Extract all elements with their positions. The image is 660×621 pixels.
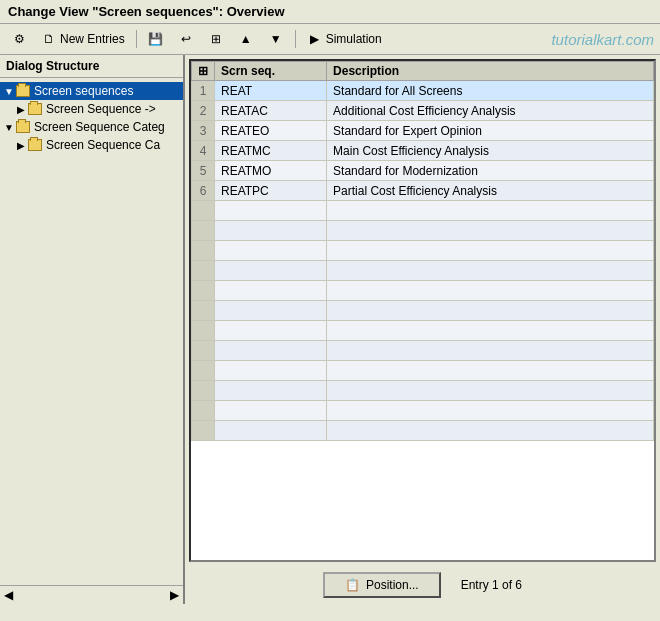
move-down-icon: ▼ [268, 31, 284, 47]
save-icon: 💾 [148, 31, 164, 47]
cell-scrn-seq: REAT [215, 81, 327, 101]
cell-scrn-seq [215, 241, 327, 261]
sidebar-item-screen-sequences[interactable]: ▼ Screen sequences [0, 82, 183, 100]
table-row[interactable] [192, 301, 654, 321]
sidebar-item-screen-sequence-arrow[interactable]: ▶ Screen Sequence -> [12, 100, 183, 118]
sidebar-bottom-right-arrow[interactable]: ▶ [170, 588, 179, 602]
data-table-container: ⊞ Scrn seq. Description 1REATStandard fo… [189, 59, 656, 562]
settings-button[interactable]: ⚙ [6, 28, 32, 50]
table-row[interactable] [192, 381, 654, 401]
row-num: 1 [192, 81, 215, 101]
folder-icon-2 [28, 103, 42, 115]
cell-scrn-seq: REATMC [215, 141, 327, 161]
row-num [192, 221, 215, 241]
cell-description [327, 341, 654, 361]
cell-description [327, 201, 654, 221]
title-bar: Change View "Screen sequences": Overview [0, 0, 660, 24]
cell-description [327, 301, 654, 321]
save-button[interactable]: 💾 [143, 28, 169, 50]
main-layout: Dialog Structure ▼ Screen sequences ▶ Sc… [0, 55, 660, 604]
cell-description [327, 421, 654, 441]
table-row[interactable]: 3REATEOStandard for Expert Opinion [192, 121, 654, 141]
move-up-button[interactable]: ▲ [233, 28, 259, 50]
cell-description [327, 221, 654, 241]
cell-description: Standard for Modernization [327, 161, 654, 181]
footer: 📋 Position... Entry 1 of 6 [185, 566, 660, 604]
row-num [192, 401, 215, 421]
cell-description: Partial Cost Efficiency Analysis [327, 181, 654, 201]
table-row[interactable] [192, 221, 654, 241]
table-row[interactable]: 5REATMOStandard for Modernization [192, 161, 654, 181]
table-row[interactable] [192, 341, 654, 361]
row-num [192, 301, 215, 321]
sidebar-bottom-left-arrow[interactable]: ◀ [4, 588, 13, 602]
cell-description: Additional Cost Efficiency Analysis [327, 101, 654, 121]
row-num [192, 261, 215, 281]
content-area: ⊞ Scrn seq. Description 1REATStandard fo… [185, 55, 660, 604]
data-table: ⊞ Scrn seq. Description 1REATStandard fo… [191, 61, 654, 441]
row-num [192, 281, 215, 301]
toolbar: ⚙ 🗋 New Entries 💾 ↩ ⊞ ▲ ▼ ▶ Simulation t… [0, 24, 660, 55]
simulation-button[interactable]: ▶ Simulation [302, 28, 387, 50]
table-row[interactable]: 2REATACAdditional Cost Efficiency Analys… [192, 101, 654, 121]
table-row[interactable] [192, 281, 654, 301]
sidebar-item-screen-sequence-categ[interactable]: ▼ Screen Sequence Categ [0, 118, 183, 136]
position-icon: 📋 [345, 578, 360, 592]
simulation-label: Simulation [326, 32, 382, 46]
folder-icon-3 [16, 121, 30, 133]
table-row[interactable]: 1REATStandard for All Screens [192, 81, 654, 101]
sidebar-item-screen-sequence-ca[interactable]: ▶ Screen Sequence Ca [12, 136, 183, 154]
new-entries-label: New Entries [60, 32, 125, 46]
row-num: 2 [192, 101, 215, 121]
table-row[interactable] [192, 401, 654, 421]
cell-scrn-seq: REATAC [215, 101, 327, 121]
table-scroll-area[interactable]: ⊞ Scrn seq. Description 1REATStandard fo… [191, 61, 654, 560]
row-num: 6 [192, 181, 215, 201]
sidebar-label-screen-sequence-categ: Screen Sequence Categ [34, 120, 165, 134]
move-down-button[interactable]: ▼ [263, 28, 289, 50]
cell-scrn-seq [215, 221, 327, 241]
table-row[interactable] [192, 361, 654, 381]
cell-scrn-seq [215, 301, 327, 321]
sidebar-label-screen-sequence-ca: Screen Sequence Ca [46, 138, 160, 152]
sidebar-title: Dialog Structure [0, 55, 183, 78]
table-row[interactable] [192, 321, 654, 341]
row-num [192, 321, 215, 341]
cell-description: Standard for Expert Opinion [327, 121, 654, 141]
expand-icon-1: ▼ [4, 86, 14, 97]
cell-scrn-seq: REATPC [215, 181, 327, 201]
position-button[interactable]: 📋 Position... [323, 572, 441, 598]
table-row[interactable] [192, 201, 654, 221]
sidebar-bottom: ◀ ▶ [0, 585, 183, 604]
col-header-scrn-seq: Scrn seq. [215, 62, 327, 81]
table-body: 1REATStandard for All Screens2REATACAddi… [192, 81, 654, 441]
row-num [192, 341, 215, 361]
cell-scrn-seq [215, 361, 327, 381]
row-num: 3 [192, 121, 215, 141]
cell-scrn-seq [215, 381, 327, 401]
cell-description [327, 241, 654, 261]
cell-scrn-seq [215, 321, 327, 341]
table-row[interactable]: 4REATMCMain Cost Efficiency Analysis [192, 141, 654, 161]
sidebar: Dialog Structure ▼ Screen sequences ▶ Sc… [0, 55, 185, 604]
row-num [192, 241, 215, 261]
cell-scrn-seq [215, 261, 327, 281]
copy-button[interactable]: ⊞ [203, 28, 229, 50]
expand-icon-4: ▶ [16, 140, 26, 151]
undo-button[interactable]: ↩ [173, 28, 199, 50]
table-row[interactable] [192, 421, 654, 441]
table-row[interactable] [192, 241, 654, 261]
row-num [192, 421, 215, 441]
cell-scrn-seq: REATEO [215, 121, 327, 141]
cell-scrn-seq: REATMO [215, 161, 327, 181]
new-entries-button[interactable]: 🗋 New Entries [36, 28, 130, 50]
cell-description: Standard for All Screens [327, 81, 654, 101]
sidebar-label-screen-sequences: Screen sequences [34, 84, 133, 98]
table-row[interactable]: 6REATPCPartial Cost Efficiency Analysis [192, 181, 654, 201]
table-header-row: ⊞ Scrn seq. Description [192, 62, 654, 81]
page-title: Change View "Screen sequences": Overview [8, 4, 285, 19]
table-row[interactable] [192, 261, 654, 281]
cell-description [327, 261, 654, 281]
folder-icon-1 [16, 85, 30, 97]
row-num: 5 [192, 161, 215, 181]
